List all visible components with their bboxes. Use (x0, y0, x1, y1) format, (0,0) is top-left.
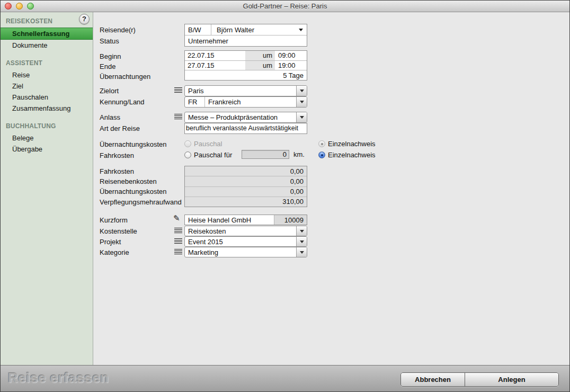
footer-bar: Reise erfassen Abbrechen Anlegen (1, 365, 569, 392)
list-icon[interactable] (174, 249, 182, 255)
pencil-icon[interactable]: ✎ (173, 214, 180, 222)
list-icon[interactable] (174, 228, 182, 234)
cost-row-fahrkosten: 0,00 (185, 166, 307, 176)
label-fahrkosten-radio: Fahrkosten (100, 151, 134, 161)
list-icon[interactable] (174, 114, 182, 120)
fahrt-einzel-group: Einzelnachweis (318, 151, 376, 159)
end-time-input[interactable]: 19:00 (275, 61, 307, 69)
label-zielort: Zielort (100, 86, 119, 96)
shortform-row: Heise Handel GmbH 10009 (185, 215, 307, 225)
trip-type-input[interactable]: beruflich veranlasste Auswärtstätigkeit (184, 123, 307, 134)
cancel-button[interactable]: Abbrechen (401, 373, 465, 386)
lodging-einzelnachweis-radio[interactable] (318, 140, 325, 147)
destination-value: Paris (185, 87, 296, 95)
label-fahrkosten: Fahrkosten (100, 167, 134, 176)
category-dropdown-button[interactable] (296, 247, 307, 257)
cost-row-uebernachtungskosten: 0,00 (185, 186, 307, 197)
begin-time-input[interactable]: 09:00 (275, 51, 307, 59)
submit-button[interactable]: Anlegen (465, 373, 558, 386)
label-anlass: Anlass (100, 113, 120, 122)
begin-um-label: um (245, 51, 275, 60)
sidebar: ? REISEKOSTEN Schnellerfassung Dokumente… (1, 12, 93, 365)
label-uebernachtungen: Übernachtungen (100, 72, 150, 82)
footer-buttons: Abbrechen Anlegen (400, 372, 559, 387)
minimize-window-icon[interactable] (16, 3, 23, 10)
km-unit-label: km. (293, 150, 305, 158)
sidebar-item-belege[interactable]: Belege (1, 132, 93, 144)
app-window: Gold-Partner – Reise: Paris ? REISEKOSTE… (0, 0, 570, 392)
sidebar-item-dokumente[interactable]: Dokumente (1, 40, 93, 51)
lodging-einzelnachweis-label: Einzelnachweis (328, 140, 376, 148)
traveler-name: Björn Walter (211, 26, 299, 34)
shortform-group: Heise Handel GmbH 10009 (184, 215, 307, 225)
project-value: Event 2015 (185, 238, 296, 246)
chevron-down-icon (300, 101, 304, 103)
country-dropdown-button[interactable] (296, 97, 307, 107)
label-projekt: Projekt (100, 237, 121, 247)
footer-heading: Reise erfassen (8, 370, 109, 386)
zoom-window-icon[interactable] (27, 3, 34, 10)
shortform-input[interactable]: Heise Handel GmbH (185, 216, 274, 224)
fahrt-pauschal-radio[interactable] (184, 152, 191, 158)
label-kostenstelle: Kostenstelle (100, 227, 137, 236)
occasion-value: Messe – Produktpräsentation (185, 113, 296, 121)
sidebar-item-schnellerfassung[interactable]: Schnellerfassung (1, 28, 93, 40)
destination-combobox[interactable]: Paris (184, 85, 307, 96)
begin-date-input[interactable]: 22.07.15 (185, 51, 245, 59)
occasion-dropdown-button[interactable] (296, 112, 307, 122)
chevron-down-icon (300, 230, 304, 233)
country-combobox[interactable]: FR Frankreich (184, 96, 307, 108)
country-value: Frankreich (205, 98, 296, 106)
chevron-down-icon (300, 90, 304, 92)
label-beginn: Beginn (100, 52, 121, 61)
category-combobox[interactable]: Marketing (184, 247, 307, 257)
cost-center-dropdown-button[interactable] (296, 226, 307, 236)
close-window-icon[interactable] (5, 3, 12, 10)
status-value: Unternehmer (185, 37, 307, 45)
label-verpflegungsmehraufwand: Verpflegungsmehraufwand (100, 198, 182, 207)
destination-dropdown-button[interactable] (296, 86, 307, 96)
lodging-einzel-group: Einzelnachweis (318, 140, 376, 148)
end-row: 27.07.15 um 19:00 (185, 60, 307, 70)
list-icon[interactable] (174, 87, 182, 93)
begin-row: 22.07.15 um 09:00 (185, 51, 307, 60)
km-input[interactable]: 0 (242, 150, 289, 159)
cost-value: 310,00 (282, 198, 304, 206)
nights-value: 5 Tage (185, 72, 307, 79)
lodging-radio-row: Pauschal Einzelnachweis (184, 139, 407, 148)
sidebar-header-assistent: ASSISTENT (1, 57, 93, 69)
sidebar-item-zusammenfassung[interactable]: Zusammenfassung (1, 103, 93, 114)
project-combobox[interactable]: Event 2015 (184, 236, 307, 247)
help-button[interactable]: ? (79, 14, 90, 24)
occasion-combobox[interactable]: Messe – Produktpräsentation (184, 112, 307, 123)
status-field: Unternehmer (185, 35, 307, 46)
label-art-der-reise: Art der Reise (100, 124, 140, 133)
label-status: Status (100, 37, 119, 46)
fahrt-einzelnachweis-radio[interactable] (318, 152, 325, 158)
label-uebernachtungskosten: Übernachtungskosten (100, 187, 166, 197)
project-dropdown-button[interactable] (296, 237, 307, 246)
sidebar-item-ziel[interactable]: Ziel (1, 81, 93, 92)
list-icon[interactable] (174, 238, 182, 244)
category-value: Marketing (185, 248, 296, 256)
label-kennung-land: Kennung/Land (100, 97, 145, 107)
traveler-select[interactable]: B/W Björn Walter (185, 24, 307, 35)
end-um-label: um (245, 61, 275, 70)
window-title: Gold-Partner – Reise: Paris (1, 1, 569, 12)
sidebar-header-buchhaltung: BUCHHALTUNG (1, 120, 93, 132)
lodging-pauschal-radio[interactable] (184, 140, 191, 147)
fahrt-einzelnachweis-label: Einzelnachweis (328, 151, 376, 159)
chevron-down-icon (300, 116, 304, 119)
cost-value: 0,00 (290, 188, 304, 195)
end-date-input[interactable]: 27.07.15 (185, 61, 245, 69)
nights-row: 5 Tage (185, 70, 307, 80)
country-code: FR (185, 97, 205, 107)
label-ende: Ende (100, 62, 115, 72)
cost-row-verpflegungsmehraufwand: 310,00 (185, 197, 307, 207)
sidebar-section-assistent: ASSISTENT Reise Ziel Pauschalen Zusammen… (1, 57, 93, 114)
cost-center-combobox[interactable]: Reisekosten (184, 226, 307, 236)
sidebar-item-pauschalen[interactable]: Pauschalen (1, 92, 93, 103)
chevron-down-icon (299, 29, 303, 31)
sidebar-item-uebergabe[interactable]: Übergabe (1, 144, 93, 155)
sidebar-item-reise[interactable]: Reise (1, 69, 93, 81)
